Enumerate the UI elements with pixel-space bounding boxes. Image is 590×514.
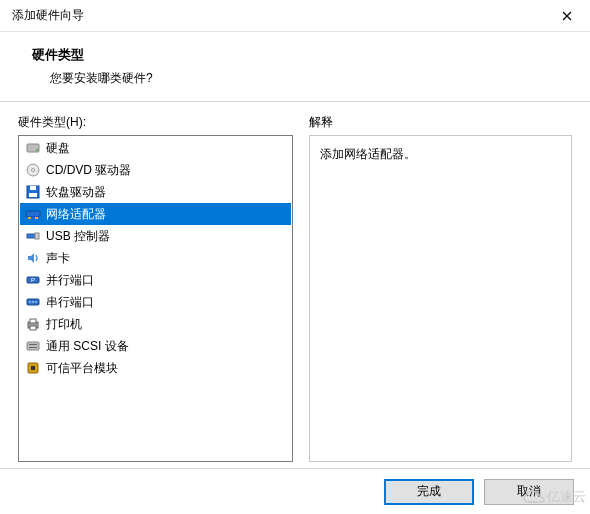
list-item-label: 并行端口 <box>46 272 94 289</box>
list-item-label: 串行端口 <box>46 294 94 311</box>
description-text: 添加网络适配器。 <box>320 147 416 161</box>
scsi-icon <box>24 337 42 355</box>
list-item[interactable]: CD/DVD 驱动器 <box>20 159 291 181</box>
list-item-label: 可信平台模块 <box>46 360 118 377</box>
list-item-label: 通用 SCSI 设备 <box>46 338 129 355</box>
list-item[interactable]: USB 控制器 <box>20 225 291 247</box>
list-item[interactable]: 串行端口 <box>20 291 291 313</box>
cd-icon <box>24 161 42 179</box>
svg-point-16 <box>32 301 34 303</box>
close-button[interactable] <box>544 0 590 32</box>
list-item[interactable]: 软盘驱动器 <box>20 181 291 203</box>
page-subtitle: 您要安装哪类硬件? <box>50 70 566 87</box>
close-icon <box>562 11 572 21</box>
list-item[interactable]: 声卡 <box>20 247 291 269</box>
finish-button[interactable]: 完成 <box>384 479 474 505</box>
svg-rect-25 <box>31 366 35 370</box>
list-item-label: 软盘驱动器 <box>46 184 106 201</box>
svg-rect-7 <box>26 211 40 217</box>
list-item-label: 硬盘 <box>46 140 70 157</box>
list-item[interactable]: 可信平台模块 <box>20 357 291 379</box>
hardware-list-label: 硬件类型(H): <box>18 114 293 131</box>
network-icon <box>24 205 42 223</box>
svg-point-3 <box>32 169 35 172</box>
list-item[interactable]: 网络适配器 <box>20 203 291 225</box>
svg-point-1 <box>36 149 38 151</box>
svg-point-15 <box>29 301 31 303</box>
svg-rect-8 <box>28 217 31 219</box>
parallel-icon: P <box>24 271 42 289</box>
description-box: 添加网络适配器。 <box>309 135 572 462</box>
floppy-icon <box>24 183 42 201</box>
usb-icon <box>24 227 42 245</box>
sound-icon <box>24 249 42 267</box>
list-item-label: 打印机 <box>46 316 82 333</box>
svg-rect-5 <box>30 186 36 190</box>
svg-text:P: P <box>31 277 35 283</box>
list-item[interactable]: P并行端口 <box>20 269 291 291</box>
list-item-label: 声卡 <box>46 250 70 267</box>
svg-rect-21 <box>27 342 39 350</box>
list-item-label: 网络适配器 <box>46 206 106 223</box>
list-item-label: CD/DVD 驱动器 <box>46 162 131 179</box>
tpm-icon <box>24 359 42 377</box>
list-item[interactable]: 通用 SCSI 设备 <box>20 335 291 357</box>
svg-rect-6 <box>29 193 37 197</box>
hdd-icon <box>24 139 42 157</box>
svg-rect-22 <box>29 344 37 345</box>
svg-rect-19 <box>30 319 36 323</box>
printer-icon <box>24 315 42 333</box>
svg-rect-23 <box>29 347 37 348</box>
list-item[interactable]: 打印机 <box>20 313 291 335</box>
svg-rect-9 <box>35 217 38 219</box>
serial-icon <box>24 293 42 311</box>
page-title: 硬件类型 <box>32 46 566 64</box>
list-item-label: USB 控制器 <box>46 228 110 245</box>
svg-rect-10 <box>27 234 35 238</box>
hardware-listbox[interactable]: 硬盘CD/DVD 驱动器软盘驱动器网络适配器USB 控制器声卡P并行端口串行端口… <box>18 135 293 462</box>
list-item[interactable]: 硬盘 <box>20 137 291 159</box>
window-title: 添加硬件向导 <box>12 7 84 24</box>
svg-rect-20 <box>30 326 36 330</box>
svg-point-17 <box>35 301 37 303</box>
description-label: 解释 <box>309 114 572 131</box>
svg-rect-11 <box>35 233 39 239</box>
cancel-button[interactable]: 取消 <box>484 479 574 505</box>
